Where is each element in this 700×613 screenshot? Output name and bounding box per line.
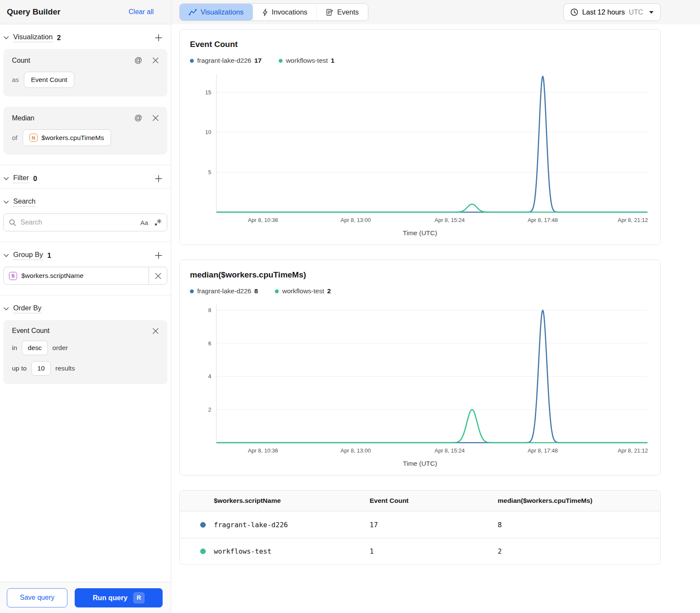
save-query-button[interactable]: Save query [7, 588, 67, 607]
series-color-dot [200, 522, 206, 528]
script-name-cell: fragrant-lake-d226 [180, 521, 370, 529]
column-header-script-name: $workers.scriptName [180, 497, 370, 505]
chevron-down-icon[interactable] [3, 307, 9, 311]
script-name-cell: workflows-test [180, 547, 370, 555]
numeric-field-icon: N [29, 134, 38, 142]
legend-dot [190, 289, 194, 293]
tab-label: Invocations [272, 8, 307, 16]
order-by-card: Event Count in desc order up to 10 resul… [3, 320, 167, 384]
of-label: of [12, 134, 18, 142]
order-by-section-header: Order By [0, 295, 171, 318]
add-filter-button[interactable] [155, 175, 162, 182]
median-cputime-chart-card: median($workers.cpuTimeMs) fragrant-lake… [179, 260, 661, 476]
table-body: fragrant-lake-d226178workflows-test12 [180, 511, 660, 564]
remove-order-by-icon[interactable] [152, 328, 159, 334]
main-content: Visualizations Invocations Events Last 1… [171, 0, 700, 613]
series-line-fragrant-lake-d226 [216, 76, 648, 212]
in-label: in [12, 344, 17, 352]
keyboard-shortcut-badge: R [133, 592, 145, 604]
tab-events[interactable]: Events [316, 4, 368, 20]
timezone-label: UTC [629, 8, 643, 16]
tab-invocations[interactable]: Invocations [253, 4, 316, 20]
query-builder-sidebar: Query Builder Clear all Visualization 2 … [0, 0, 171, 613]
search-input[interactable] [20, 219, 140, 226]
chart-legend: fragrant-lake-d2268workflows-test2 [190, 287, 650, 295]
filter-count: 0 [33, 175, 37, 183]
regex-icon[interactable] [154, 219, 162, 226]
legend-item[interactable]: workflows-test1 [279, 57, 335, 64]
lightning-bolt-icon [262, 9, 268, 16]
page-title: Query Builder [7, 7, 61, 17]
time-range-label: Last 12 hours [582, 8, 625, 16]
event-count-cell: 1 [370, 547, 498, 555]
y-axis-tick-label: 10 [205, 129, 211, 135]
match-case-icon[interactable]: Aa [140, 219, 148, 226]
tab-label: Visualizations [201, 8, 244, 16]
median-field-selector[interactable]: N $workers.cpuTimeMs [23, 129, 111, 146]
y-axis-tick-label: 5 [208, 169, 211, 175]
y-axis-tick-label: 6 [208, 340, 211, 347]
top-bar: Visualizations Invocations Events Last 1… [179, 3, 661, 21]
legend-dot [279, 59, 283, 63]
x-axis-tick-label: Apr 8, 10:36 [248, 217, 278, 223]
chevron-down-icon[interactable] [3, 36, 9, 40]
group-by-field-value: $workers.scriptName [21, 272, 84, 280]
chart-title: Event Count [190, 40, 650, 49]
x-axis-tick-label: Apr 8, 15:24 [435, 447, 465, 454]
remove-visualization-icon[interactable] [152, 115, 159, 121]
visualization-count: 2 [57, 34, 61, 42]
visualization-alias-field[interactable]: Event Count [24, 72, 74, 88]
x-axis-tick-label: Apr 8, 17:48 [528, 217, 558, 223]
legend-item[interactable]: workflows-test2 [275, 287, 331, 295]
run-query-label: Run query [93, 594, 128, 602]
legend-item[interactable]: fragrant-lake-d22617 [190, 57, 262, 64]
chart-title: median($workers.cpuTimeMs) [190, 270, 650, 280]
clear-all-link[interactable]: Clear all [128, 8, 154, 16]
legend-series-total: 1 [331, 57, 335, 64]
legend-item[interactable]: fragrant-lake-d2268 [190, 287, 258, 295]
legend-series-name: fragrant-lake-d226 [197, 287, 251, 295]
group-by-field-chip[interactable]: S $workers.scriptName [3, 267, 167, 285]
chevron-down-icon[interactable] [3, 200, 9, 204]
remove-group-by-icon[interactable] [149, 267, 167, 285]
visualization-section-header: Visualization 2 [0, 24, 171, 47]
sidebar-footer: Save query Run query R [0, 582, 171, 613]
add-group-by-button[interactable] [155, 252, 162, 259]
search-section-label: Search [13, 197, 35, 207]
add-visualization-button[interactable] [155, 34, 162, 41]
table-row: workflows-test12 [180, 538, 660, 564]
x-axis-tick-label: Apr 8, 17:48 [528, 447, 558, 454]
column-header-event-count: Event Count [370, 497, 498, 505]
at-mention-icon[interactable]: @ [134, 56, 142, 65]
visualization-card-title: Median [12, 114, 34, 122]
event-count-chart: 51015Apr 8, 10:36Apr 8, 13:00Apr 8, 15:2… [190, 70, 651, 228]
chevron-down-icon[interactable] [3, 254, 9, 257]
tab-visualizations[interactable]: Visualizations [180, 4, 253, 20]
x-axis-tick-label: Apr 8, 21:12 [618, 447, 648, 454]
chart-legend: fragrant-lake-d22617workflows-test1 [190, 57, 650, 64]
x-axis-tick-label: Apr 8, 13:00 [341, 217, 371, 223]
visualization-card-count: Count @ as Event Count [3, 49, 167, 96]
series-line-workflows-test [216, 204, 648, 212]
script-name: fragrant-lake-d226 [214, 521, 288, 529]
time-range-selector[interactable]: Last 12 hours UTC [563, 3, 661, 21]
legend-dot [275, 289, 279, 293]
filter-section-label: Filter [13, 174, 29, 183]
y-axis-tick-label: 4 [208, 373, 211, 379]
group-by-section-label: Group By [13, 251, 43, 260]
at-mention-icon[interactable]: @ [134, 114, 142, 123]
run-query-button[interactable]: Run query R [75, 588, 163, 607]
event-log-icon [326, 9, 333, 16]
search-box: Aa [3, 213, 167, 231]
y-axis-tick-label: 8 [208, 307, 211, 313]
x-axis-title: Time (UTC) [190, 460, 650, 467]
median-cputime-cell: 8 [498, 521, 660, 529]
as-label: as [12, 76, 19, 84]
remove-visualization-icon[interactable] [152, 57, 159, 64]
x-axis-tick-label: Apr 8, 21:12 [618, 217, 648, 223]
series-line-workflows-test [216, 409, 648, 443]
chevron-down-icon[interactable] [3, 177, 9, 181]
result-limit-field[interactable]: 10 [31, 361, 50, 376]
x-axis-tick-label: Apr 8, 13:00 [341, 447, 371, 454]
sort-direction-selector[interactable]: desc [22, 341, 48, 355]
